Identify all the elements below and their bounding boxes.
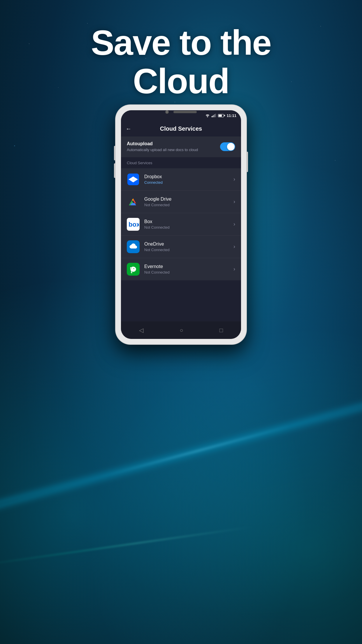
dropbox-name: Dropbox [144,174,229,179]
earpiece-speaker [173,111,197,113]
dropbox-chevron: › [233,176,235,182]
app-header: ← Cloud Services [121,121,241,136]
gdrive-name: Google Drive [144,197,229,202]
svg-rect-1 [213,115,214,117]
bottom-empty-area [121,280,241,321]
status-time: 11:11 [227,113,236,118]
dropbox-status: Connected [144,180,229,185]
battery-fill [219,115,222,117]
box-status: Not Connected [144,225,229,230]
onedrive-chevron: › [233,244,235,250]
dropbox-icon [127,174,139,185]
svg-rect-3 [215,114,216,117]
nav-home-button[interactable]: ○ [180,327,183,334]
svg-text:box: box [129,221,139,228]
cloud-services-section-header: Cloud Services [121,157,241,168]
phone-top-accessories [152,110,210,114]
autoupload-toggle[interactable] [220,142,235,151]
service-item-google-drive[interactable]: Google Drive Not Connected › [121,191,241,213]
volume-up-button[interactable] [114,146,116,160]
box-chevron: › [233,221,235,227]
power-button[interactable] [246,152,248,172]
box-info: Box Not Connected [144,219,229,230]
service-item-onedrive[interactable]: OneDrive Not Connected › [121,236,241,258]
evernote-icon-wrap [127,263,140,276]
bottom-navigation: ◁ ○ □ [121,321,241,339]
box-icon: box [127,218,139,230]
box-name: Box [144,219,229,224]
service-item-dropbox[interactable]: Dropbox Connected › [121,168,241,191]
volume-down-button[interactable] [114,163,116,178]
evernote-chevron: › [233,266,235,272]
evernote-info: Evernote Not Connected [144,264,229,274]
service-item-evernote[interactable]: Evernote Not Connected › [121,258,241,280]
onedrive-icon [127,241,139,253]
signal-icon [212,114,216,117]
phone-body: 11:11 ← Cloud Services Autoupload Automa… [116,105,246,344]
svg-point-22 [133,268,134,269]
page-title: Cloud Services [136,125,236,132]
front-camera [165,110,169,114]
headline: Save to the Cloud [0,23,362,100]
evernote-icon [127,263,139,275]
svg-rect-2 [214,114,215,117]
svg-rect-10 [127,196,139,208]
onedrive-info: OneDrive Not Connected [144,242,229,252]
headline-line2: Cloud [0,62,362,100]
phone-mockup: 11:11 ← Cloud Services Autoupload Automa… [116,105,246,344]
gdrive-status: Not Connected [144,203,229,207]
nav-back-button[interactable]: ◁ [139,327,143,334]
dropbox-icon-wrap [127,173,140,186]
wifi-icon [205,114,210,117]
svg-rect-0 [212,116,212,117]
evernote-name: Evernote [144,264,229,269]
section-header-label: Cloud Services [127,161,152,165]
autoupload-title: Autoupload [127,141,220,146]
gdrive-info: Google Drive Not Connected [144,197,229,207]
service-item-box[interactable]: box Box Not Connected › [121,213,241,236]
gdrive-icon-wrap [127,195,140,208]
onedrive-name: OneDrive [144,242,229,247]
autoupload-section: Autoupload Automatically upload all new … [121,136,241,157]
back-button[interactable]: ← [126,125,131,132]
nav-recent-button[interactable]: □ [219,327,223,334]
toggle-knob [227,143,235,150]
autoupload-description: Automatically upload all new docs to clo… [127,148,220,153]
gdrive-icon [127,196,139,208]
evernote-status: Not Connected [144,270,229,274]
box-icon-wrap: box [127,218,140,231]
headline-line1: Save to the [0,23,362,62]
status-bar-icons: 11:11 [205,113,236,118]
battery-icon [218,114,224,117]
autoupload-text: Autoupload Automatically upload all new … [127,141,220,153]
gdrive-chevron: › [233,199,235,205]
phone-screen: 11:11 ← Cloud Services Autoupload Automa… [121,110,241,339]
onedrive-icon-wrap [127,240,140,253]
dropbox-info: Dropbox Connected [144,174,229,185]
svg-point-21 [130,267,131,269]
onedrive-status: Not Connected [144,248,229,252]
services-list: Dropbox Connected › [121,168,241,280]
